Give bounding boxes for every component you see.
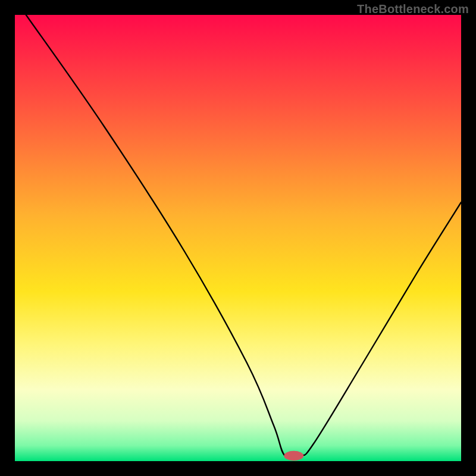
bottleneck-chart: TheBottleneck.com — [0, 0, 476, 476]
watermark-text: TheBottleneck.com — [357, 2, 469, 16]
target-marker — [284, 451, 303, 461]
gradient-background — [15, 15, 461, 461]
plot-area — [15, 15, 461, 461]
chart-svg — [15, 15, 461, 461]
